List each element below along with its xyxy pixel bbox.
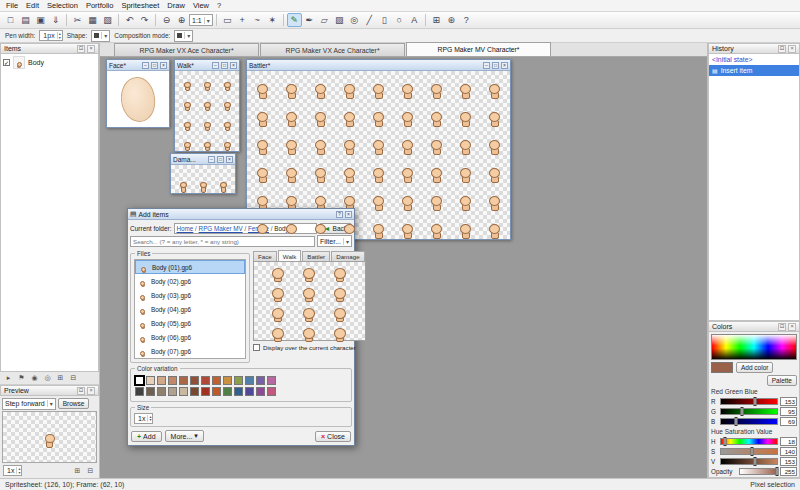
- line-icon[interactable]: ╱: [362, 13, 377, 27]
- checkbox-icon[interactable]: ✓: [3, 59, 10, 66]
- color-spectrum[interactable]: [711, 334, 797, 360]
- maximize-icon[interactable]: □: [492, 62, 499, 69]
- history-item-1[interactable]: ▤Insert item: [709, 65, 799, 76]
- dialog-help-icon[interactable]: ?: [336, 211, 343, 218]
- color-variation-swatch[interactable]: [179, 387, 188, 396]
- composition-mode-select[interactable]: ▾: [174, 30, 193, 42]
- color-variation-swatch[interactable]: [201, 376, 210, 385]
- color-variation-swatch[interactable]: [157, 376, 166, 385]
- preview-canvas[interactable]: [2, 411, 97, 463]
- zoom-select[interactable]: 1:1▾: [189, 14, 213, 26]
- minimize-icon[interactable]: –: [212, 62, 219, 69]
- menu-item-help[interactable]: ?: [213, 1, 225, 10]
- document-tab-2[interactable]: RPG Maker MV Character*: [406, 42, 551, 56]
- color-variation-swatch[interactable]: [234, 387, 243, 396]
- color-variation-swatch[interactable]: [201, 387, 210, 396]
- pen-width-spinner[interactable]: 1px ▴▾: [39, 30, 62, 41]
- file-list-item[interactable]: Body (05).gp6: [135, 316, 245, 330]
- color-variation-swatch[interactable]: [157, 387, 166, 396]
- paste-icon[interactable]: ▧: [100, 13, 115, 27]
- text-icon[interactable]: A: [407, 13, 422, 27]
- settings-icon[interactable]: ⊛: [444, 13, 459, 27]
- add-button[interactable]: +Add: [131, 431, 162, 442]
- file-list-item[interactable]: Body (07).gp6: [135, 344, 245, 358]
- preview-close-icon[interactable]: ×: [87, 387, 95, 395]
- ellipse-icon[interactable]: ○: [392, 13, 407, 27]
- grid-large-icon[interactable]: ⊟: [68, 373, 79, 384]
- menu-item-edit[interactable]: Edit: [22, 1, 43, 10]
- minimize-icon[interactable]: –: [142, 62, 149, 69]
- brush-icon[interactable]: ✒: [302, 13, 317, 27]
- items-close-icon[interactable]: ×: [87, 45, 95, 53]
- walk-spritesheet[interactable]: [175, 71, 239, 151]
- slider-value-o[interactable]: 255: [780, 467, 797, 476]
- color-variation-swatch[interactable]: [267, 376, 276, 385]
- flag-icon[interactable]: ⚑: [16, 373, 27, 384]
- new-file-icon[interactable]: □: [3, 13, 18, 27]
- damage-spritesheet[interactable]: [171, 165, 235, 193]
- play-icon[interactable]: ▸: [3, 373, 14, 384]
- window-damage-titlebar[interactable]: Dama... – □ ×: [171, 154, 235, 165]
- color-variation-swatch[interactable]: [223, 376, 232, 385]
- lasso-icon[interactable]: ~: [250, 13, 265, 27]
- pencil-icon[interactable]: ✎: [287, 13, 302, 27]
- color-variation-swatch[interactable]: [190, 387, 199, 396]
- preview-tab-face[interactable]: Face: [253, 251, 277, 261]
- color-variation-swatch[interactable]: [146, 387, 155, 396]
- preview-fit-icon[interactable]: ⊟: [85, 465, 96, 476]
- preview-tab-battler[interactable]: Battler: [302, 251, 330, 261]
- menu-item-file[interactable]: File: [2, 1, 22, 10]
- eye-icon[interactable]: ◉: [29, 373, 40, 384]
- grid-icon[interactable]: ⊞: [429, 13, 444, 27]
- fill-icon[interactable]: ▨: [332, 13, 347, 27]
- preview-tab-walk[interactable]: Walk: [278, 250, 302, 261]
- zoom-out-icon[interactable]: ⊖: [159, 13, 174, 27]
- slider-value-s[interactable]: 140: [780, 447, 797, 456]
- dialog-close-icon[interactable]: ×: [345, 211, 352, 218]
- color-variation-swatch[interactable]: [135, 376, 144, 385]
- select-rect-icon[interactable]: ▭: [220, 13, 235, 27]
- grid-small-icon[interactable]: ⊞: [55, 373, 66, 384]
- color-variation-swatch[interactable]: [267, 387, 276, 396]
- slider-value-g[interactable]: 95: [780, 407, 797, 416]
- colors-float-icon[interactable]: ⊡: [778, 323, 786, 331]
- colors-close-icon[interactable]: ×: [788, 323, 796, 331]
- items-list-item[interactable]: ✓Body: [1, 54, 98, 71]
- history-item-0[interactable]: <Initial state>: [709, 54, 799, 65]
- browse-button[interactable]: Browse: [58, 398, 90, 409]
- shape-select[interactable]: ▾: [91, 30, 110, 42]
- preview-float-icon[interactable]: ⊡: [77, 387, 85, 395]
- close-icon[interactable]: ×: [230, 62, 237, 69]
- close-icon[interactable]: ×: [160, 62, 167, 69]
- slider-track-b[interactable]: [720, 418, 778, 425]
- slider-track-s[interactable]: [720, 448, 778, 455]
- breadcrumb-segment-1[interactable]: RPG Maker MV: [199, 225, 243, 232]
- slider-handle[interactable]: [753, 397, 756, 406]
- slider-handle[interactable]: [740, 407, 743, 416]
- current-color-swatch[interactable]: [711, 362, 733, 373]
- face-canvas[interactable]: [107, 71, 169, 127]
- maximize-icon[interactable]: □: [221, 62, 228, 69]
- slider-track-h[interactable]: [720, 438, 778, 445]
- window-face-titlebar[interactable]: Face* – □ ×: [107, 60, 169, 71]
- spinner-arrows-icon[interactable]: ▴▾: [147, 415, 151, 422]
- slider-handle[interactable]: [753, 457, 756, 466]
- color-variation-swatch[interactable]: [135, 387, 144, 396]
- filter-select[interactable]: Filter...▾: [317, 235, 352, 247]
- color-variation-swatch[interactable]: [168, 387, 177, 396]
- color-variation-swatch[interactable]: [234, 376, 243, 385]
- target-icon[interactable]: ◎: [42, 373, 53, 384]
- items-float-icon[interactable]: ⊡: [77, 45, 85, 53]
- cut-icon[interactable]: ✂: [70, 13, 85, 27]
- redo-icon[interactable]: ↷: [137, 13, 152, 27]
- spinner-arrows-icon[interactable]: ▴▾: [57, 32, 61, 39]
- more-button[interactable]: More...▾: [165, 430, 204, 442]
- add-color-button[interactable]: Add color: [736, 362, 773, 373]
- color-variation-swatch[interactable]: [146, 376, 155, 385]
- window-walk-titlebar[interactable]: Walk* – □ ×: [175, 60, 239, 71]
- eraser-icon[interactable]: ▱: [317, 13, 332, 27]
- breadcrumb-segment-0[interactable]: Home: [177, 225, 194, 232]
- color-variation-swatch[interactable]: [190, 376, 199, 385]
- menu-item-draw[interactable]: Draw: [163, 1, 189, 10]
- file-list-item[interactable]: Body (02).gp6: [135, 274, 245, 288]
